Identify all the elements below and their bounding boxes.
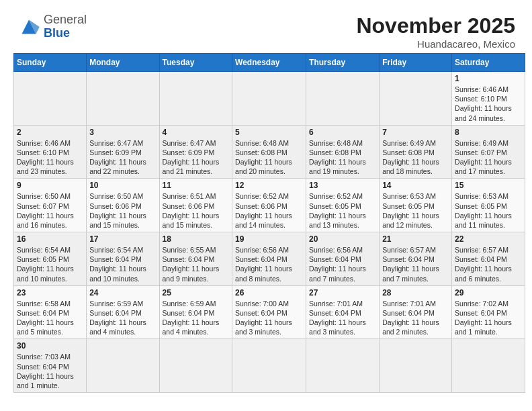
day-cell: 29Sunrise: 7:02 AM Sunset: 6:04 PM Dayli… — [452, 285, 525, 339]
day-number: 18 — [163, 234, 230, 244]
day-number: 10 — [89, 181, 156, 190]
week-row-1: 2Sunrise: 6:46 AM Sunset: 6:10 PM Daylig… — [14, 125, 525, 179]
day-cell — [380, 339, 452, 393]
day-number: 23 — [17, 288, 83, 298]
calendar-table: SundayMondayTuesdayWednesdayThursdayFrid… — [13, 53, 525, 393]
day-number: 12 — [235, 181, 303, 190]
page-header: General Blue November 2025 Huandacareo, … — [7, 7, 525, 53]
day-number: 15 — [455, 181, 522, 190]
day-cell — [14, 72, 87, 126]
day-info: Sunrise: 6:55 AM Sunset: 6:04 PM Dayligh… — [163, 245, 230, 283]
day-number: 11 — [163, 181, 230, 190]
week-row-3: 16Sunrise: 6:54 AM Sunset: 6:05 PM Dayli… — [14, 232, 525, 286]
day-cell — [159, 72, 232, 126]
header-day-monday: Monday — [87, 54, 159, 72]
day-number: 4 — [163, 128, 230, 137]
day-cell: 25Sunrise: 6:59 AM Sunset: 6:04 PM Dayli… — [159, 285, 232, 339]
day-number: 14 — [382, 181, 449, 190]
day-cell: 12Sunrise: 6:52 AM Sunset: 6:06 PM Dayli… — [232, 179, 306, 232]
day-cell: 15Sunrise: 6:53 AM Sunset: 6:05 PM Dayli… — [452, 179, 525, 232]
day-number: 21 — [382, 234, 449, 244]
header-day-wednesday: Wednesday — [232, 54, 306, 72]
day-info: Sunrise: 6:56 AM Sunset: 6:04 PM Dayligh… — [309, 245, 376, 283]
day-info: Sunrise: 6:47 AM Sunset: 6:09 PM Dayligh… — [89, 138, 156, 177]
day-number: 25 — [163, 288, 230, 298]
day-cell: 22Sunrise: 6:57 AM Sunset: 6:04 PM Dayli… — [452, 232, 525, 286]
day-cell: 21Sunrise: 6:57 AM Sunset: 6:04 PM Dayli… — [380, 232, 452, 286]
week-row-4: 23Sunrise: 6:58 AM Sunset: 6:04 PM Dayli… — [14, 285, 525, 339]
day-number: 5 — [235, 128, 303, 137]
day-info: Sunrise: 6:51 AM Sunset: 6:06 PM Dayligh… — [163, 191, 230, 230]
day-cell: 11Sunrise: 6:51 AM Sunset: 6:06 PM Dayli… — [159, 179, 232, 232]
day-cell: 16Sunrise: 6:54 AM Sunset: 6:05 PM Dayli… — [14, 232, 87, 286]
day-info: Sunrise: 7:02 AM Sunset: 6:04 PM Dayligh… — [455, 299, 522, 337]
day-info: Sunrise: 6:46 AM Sunset: 6:10 PM Dayligh… — [455, 85, 522, 123]
day-number: 16 — [17, 234, 83, 244]
day-info: Sunrise: 6:54 AM Sunset: 6:05 PM Dayligh… — [17, 245, 83, 283]
logo: General Blue — [17, 13, 87, 40]
day-cell: 20Sunrise: 6:56 AM Sunset: 6:04 PM Dayli… — [306, 232, 380, 286]
day-cell: 10Sunrise: 6:50 AM Sunset: 6:06 PM Dayli… — [87, 179, 159, 232]
title-block: November 2025 Huandacareo, Mexico — [356, 13, 515, 50]
day-cell: 28Sunrise: 7:01 AM Sunset: 6:04 PM Dayli… — [380, 285, 452, 339]
day-info: Sunrise: 6:56 AM Sunset: 6:04 PM Dayligh… — [235, 245, 303, 283]
day-info: Sunrise: 6:59 AM Sunset: 6:04 PM Dayligh… — [163, 299, 230, 337]
day-cell: 14Sunrise: 6:53 AM Sunset: 6:05 PM Dayli… — [380, 179, 452, 232]
day-info: Sunrise: 6:46 AM Sunset: 6:10 PM Dayligh… — [17, 138, 83, 177]
day-number: 19 — [235, 234, 303, 244]
day-number: 26 — [235, 288, 303, 298]
day-info: Sunrise: 7:01 AM Sunset: 6:04 PM Dayligh… — [382, 299, 449, 337]
day-info: Sunrise: 6:47 AM Sunset: 6:09 PM Dayligh… — [163, 138, 230, 177]
calendar-wrapper: SundayMondayTuesdayWednesdayThursdayFrid… — [7, 53, 525, 400]
header-day-tuesday: Tuesday — [159, 54, 232, 72]
day-cell: 9Sunrise: 6:50 AM Sunset: 6:07 PM Daylig… — [14, 179, 87, 232]
day-number: 17 — [89, 234, 156, 244]
day-number: 1 — [455, 74, 522, 83]
calendar-header: SundayMondayTuesdayWednesdayThursdayFrid… — [14, 54, 525, 72]
day-info: Sunrise: 6:52 AM Sunset: 6:05 PM Dayligh… — [309, 191, 376, 230]
day-info: Sunrise: 7:01 AM Sunset: 6:04 PM Dayligh… — [309, 299, 376, 337]
header-day-thursday: Thursday — [306, 54, 380, 72]
day-info: Sunrise: 6:58 AM Sunset: 6:04 PM Dayligh… — [17, 299, 83, 337]
day-info: Sunrise: 6:48 AM Sunset: 6:08 PM Dayligh… — [309, 138, 376, 177]
day-number: 20 — [309, 234, 376, 244]
day-cell: 30Sunrise: 7:03 AM Sunset: 6:04 PM Dayli… — [14, 339, 87, 393]
week-row-0: 1Sunrise: 6:46 AM Sunset: 6:10 PM Daylig… — [14, 72, 525, 126]
day-info: Sunrise: 6:57 AM Sunset: 6:04 PM Dayligh… — [382, 245, 449, 283]
day-cell: 1Sunrise: 6:46 AM Sunset: 6:10 PM Daylig… — [452, 72, 525, 126]
day-cell: 13Sunrise: 6:52 AM Sunset: 6:05 PM Dayli… — [306, 179, 380, 232]
day-info: Sunrise: 6:50 AM Sunset: 6:07 PM Dayligh… — [17, 191, 83, 230]
day-cell — [159, 339, 232, 393]
day-info: Sunrise: 6:48 AM Sunset: 6:08 PM Dayligh… — [235, 138, 303, 177]
day-number: 24 — [89, 288, 156, 298]
day-cell — [380, 72, 452, 126]
week-row-2: 9Sunrise: 6:50 AM Sunset: 6:07 PM Daylig… — [14, 179, 525, 232]
day-cell: 5Sunrise: 6:48 AM Sunset: 6:08 PM Daylig… — [232, 125, 306, 179]
day-info: Sunrise: 6:57 AM Sunset: 6:04 PM Dayligh… — [455, 245, 522, 283]
day-number: 27 — [309, 288, 376, 298]
day-number: 9 — [17, 181, 83, 190]
header-day-sunday: Sunday — [14, 54, 87, 72]
day-number: 30 — [17, 341, 83, 351]
day-info: Sunrise: 7:03 AM Sunset: 6:04 PM Dayligh… — [17, 352, 83, 390]
header-day-friday: Friday — [380, 54, 452, 72]
day-info: Sunrise: 7:00 AM Sunset: 6:04 PM Dayligh… — [235, 299, 303, 337]
day-cell: 19Sunrise: 6:56 AM Sunset: 6:04 PM Dayli… — [232, 232, 306, 286]
day-cell: 8Sunrise: 6:49 AM Sunset: 6:07 PM Daylig… — [452, 125, 525, 179]
day-info: Sunrise: 6:49 AM Sunset: 6:08 PM Dayligh… — [382, 138, 449, 177]
day-cell: 6Sunrise: 6:48 AM Sunset: 6:08 PM Daylig… — [306, 125, 380, 179]
day-cell — [87, 339, 159, 393]
day-cell: 23Sunrise: 6:58 AM Sunset: 6:04 PM Dayli… — [14, 285, 87, 339]
day-cell — [306, 72, 380, 126]
logo-text: General Blue — [44, 13, 87, 40]
day-cell: 24Sunrise: 6:59 AM Sunset: 6:04 PM Dayli… — [87, 285, 159, 339]
day-number: 8 — [455, 128, 522, 137]
day-info: Sunrise: 6:52 AM Sunset: 6:06 PM Dayligh… — [235, 191, 303, 230]
day-cell: 2Sunrise: 6:46 AM Sunset: 6:10 PM Daylig… — [14, 125, 87, 179]
logo-blue: Blue — [44, 26, 70, 40]
day-cell — [232, 339, 306, 393]
day-number: 3 — [89, 128, 156, 137]
day-number: 13 — [309, 181, 376, 190]
day-number: 29 — [455, 288, 522, 298]
logo-icon — [17, 17, 41, 36]
